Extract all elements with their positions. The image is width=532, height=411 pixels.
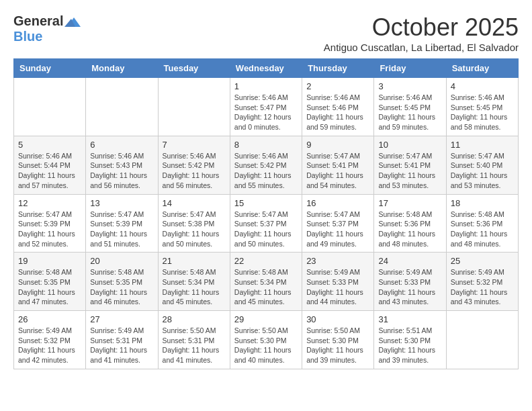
calendar-cell: 29Sunrise: 5:50 AM Sunset: 5:30 PM Dayli… (230, 311, 302, 369)
day-info: Sunrise: 5:46 AM Sunset: 5:44 PM Dayligh… (18, 151, 81, 191)
day-number: 2 (306, 81, 369, 91)
day-info: Sunrise: 5:46 AM Sunset: 5:42 PM Dayligh… (234, 151, 298, 191)
day-info: Sunrise: 5:48 AM Sunset: 5:35 PM Dayligh… (18, 267, 81, 307)
day-number: 12 (18, 198, 81, 208)
day-number: 20 (90, 256, 153, 266)
calendar-cell: 28Sunrise: 5:50 AM Sunset: 5:31 PM Dayli… (158, 311, 230, 369)
day-info: Sunrise: 5:48 AM Sunset: 5:36 PM Dayligh… (451, 210, 514, 249)
day-number: 3 (378, 81, 441, 91)
calendar-cell (446, 311, 518, 369)
day-number: 19 (18, 256, 81, 266)
day-number: 21 (163, 256, 226, 266)
day-info: Sunrise: 5:47 AM Sunset: 5:40 PM Dayligh… (451, 151, 514, 191)
day-number: 4 (451, 81, 514, 91)
day-info: Sunrise: 5:48 AM Sunset: 5:34 PM Dayligh… (163, 267, 226, 307)
day-number: 6 (90, 140, 153, 150)
day-info: Sunrise: 5:47 AM Sunset: 5:39 PM Dayligh… (18, 210, 81, 249)
calendar-cell: 19Sunrise: 5:48 AM Sunset: 5:35 PM Dayli… (14, 253, 86, 311)
calendar-cell: 11Sunrise: 5:47 AM Sunset: 5:40 PM Dayli… (446, 136, 518, 194)
day-number: 17 (378, 198, 441, 208)
day-info: Sunrise: 5:47 AM Sunset: 5:41 PM Dayligh… (306, 151, 369, 191)
day-number: 1 (234, 81, 298, 91)
day-number: 9 (306, 140, 369, 150)
day-number: 30 (306, 314, 369, 324)
day-info: Sunrise: 5:47 AM Sunset: 5:38 PM Dayligh… (163, 210, 226, 249)
calendar-week-row: 12Sunrise: 5:47 AM Sunset: 5:39 PM Dayli… (14, 194, 519, 253)
header-sunday: Sunday (14, 59, 86, 78)
title-block: October 2025 Antiguo Cuscatlan, La Liber… (324, 13, 519, 53)
calendar-cell: 12Sunrise: 5:47 AM Sunset: 5:39 PM Dayli… (14, 194, 86, 253)
day-info: Sunrise: 5:50 AM Sunset: 5:30 PM Dayligh… (234, 326, 298, 365)
day-info: Sunrise: 5:46 AM Sunset: 5:42 PM Dayligh… (163, 151, 226, 191)
header-tuesday: Tuesday (158, 59, 230, 78)
calendar-week-row: 26Sunrise: 5:49 AM Sunset: 5:32 PM Dayli… (14, 311, 519, 369)
calendar-cell: 25Sunrise: 5:49 AM Sunset: 5:32 PM Dayli… (446, 253, 518, 311)
day-info: Sunrise: 5:47 AM Sunset: 5:37 PM Dayligh… (306, 210, 369, 249)
month-title: October 2025 (324, 13, 519, 42)
day-number: 28 (163, 314, 226, 324)
header-thursday: Thursday (302, 59, 374, 78)
calendar-cell: 1Sunrise: 5:46 AM Sunset: 5:47 PM Daylig… (230, 78, 302, 136)
day-info: Sunrise: 5:49 AM Sunset: 5:31 PM Dayligh… (90, 326, 153, 365)
day-number: 29 (234, 314, 298, 324)
calendar-cell: 22Sunrise: 5:48 AM Sunset: 5:34 PM Dayli… (230, 253, 302, 311)
calendar-cell: 14Sunrise: 5:47 AM Sunset: 5:38 PM Dayli… (158, 194, 230, 253)
day-info: Sunrise: 5:49 AM Sunset: 5:32 PM Dayligh… (451, 267, 514, 307)
day-number: 24 (378, 256, 441, 266)
calendar-cell: 7Sunrise: 5:46 AM Sunset: 5:42 PM Daylig… (158, 136, 230, 194)
calendar-cell: 30Sunrise: 5:50 AM Sunset: 5:30 PM Dayli… (302, 311, 374, 369)
day-number: 22 (234, 256, 298, 266)
day-number: 18 (451, 198, 514, 208)
calendar-cell: 18Sunrise: 5:48 AM Sunset: 5:36 PM Dayli… (446, 194, 518, 253)
day-number: 16 (306, 198, 369, 208)
calendar-week-row: 19Sunrise: 5:48 AM Sunset: 5:35 PM Dayli… (14, 253, 519, 311)
calendar-cell: 31Sunrise: 5:51 AM Sunset: 5:30 PM Dayli… (374, 311, 446, 369)
day-info: Sunrise: 5:47 AM Sunset: 5:41 PM Dayligh… (378, 151, 441, 191)
calendar-cell: 2Sunrise: 5:46 AM Sunset: 5:46 PM Daylig… (302, 78, 374, 136)
day-number: 14 (163, 198, 226, 208)
day-info: Sunrise: 5:50 AM Sunset: 5:30 PM Dayligh… (306, 326, 369, 365)
calendar-cell: 17Sunrise: 5:48 AM Sunset: 5:36 PM Dayli… (374, 194, 446, 253)
header-monday: Monday (86, 59, 158, 78)
calendar-cell: 20Sunrise: 5:48 AM Sunset: 5:35 PM Dayli… (86, 253, 158, 311)
day-number: 5 (18, 140, 81, 150)
day-number: 7 (163, 140, 226, 150)
calendar-cell: 15Sunrise: 5:47 AM Sunset: 5:37 PM Dayli… (230, 194, 302, 253)
calendar-cell (158, 78, 230, 136)
day-info: Sunrise: 5:48 AM Sunset: 5:34 PM Dayligh… (234, 267, 298, 307)
day-info: Sunrise: 5:46 AM Sunset: 5:43 PM Dayligh… (90, 151, 153, 191)
calendar-cell: 4Sunrise: 5:46 AM Sunset: 5:45 PM Daylig… (446, 78, 518, 136)
day-info: Sunrise: 5:47 AM Sunset: 5:39 PM Dayligh… (90, 210, 153, 249)
day-number: 27 (90, 314, 153, 324)
day-info: Sunrise: 5:49 AM Sunset: 5:32 PM Dayligh… (18, 326, 81, 365)
day-number: 25 (451, 256, 514, 266)
day-info: Sunrise: 5:46 AM Sunset: 5:47 PM Dayligh… (234, 93, 298, 132)
day-info: Sunrise: 5:46 AM Sunset: 5:45 PM Dayligh… (378, 93, 441, 132)
day-number: 8 (234, 140, 298, 150)
calendar-cell: 21Sunrise: 5:48 AM Sunset: 5:34 PM Dayli… (158, 253, 230, 311)
day-info: Sunrise: 5:47 AM Sunset: 5:37 PM Dayligh… (234, 210, 298, 249)
header-wednesday: Wednesday (230, 59, 302, 78)
calendar-header-row: SundayMondayTuesdayWednesdayThursdayFrid… (14, 59, 519, 78)
calendar-cell: 24Sunrise: 5:49 AM Sunset: 5:33 PM Dayli… (374, 253, 446, 311)
day-number: 26 (18, 314, 81, 324)
calendar-cell: 3Sunrise: 5:46 AM Sunset: 5:45 PM Daylig… (374, 78, 446, 136)
day-number: 31 (378, 314, 441, 324)
header-saturday: Saturday (446, 59, 518, 78)
day-number: 13 (90, 198, 153, 208)
calendar-table: SundayMondayTuesdayWednesdayThursdayFrid… (13, 58, 519, 369)
calendar-cell: 8Sunrise: 5:46 AM Sunset: 5:42 PM Daylig… (230, 136, 302, 194)
day-info: Sunrise: 5:49 AM Sunset: 5:33 PM Dayligh… (378, 267, 441, 307)
day-info: Sunrise: 5:50 AM Sunset: 5:31 PM Dayligh… (163, 326, 226, 365)
calendar-cell: 5Sunrise: 5:46 AM Sunset: 5:44 PM Daylig… (14, 136, 86, 194)
calendar-cell (14, 78, 86, 136)
calendar-week-row: 5Sunrise: 5:46 AM Sunset: 5:44 PM Daylig… (14, 136, 519, 194)
location-subtitle: Antiguo Cuscatlan, La Libertad, El Salva… (324, 42, 519, 53)
calendar-cell: 23Sunrise: 5:49 AM Sunset: 5:33 PM Dayli… (302, 253, 374, 311)
day-info: Sunrise: 5:51 AM Sunset: 5:30 PM Dayligh… (378, 326, 441, 365)
calendar-week-row: 1Sunrise: 5:46 AM Sunset: 5:47 PM Daylig… (14, 78, 519, 136)
page-header: General Blue October 2025 Antiguo Cuscat… (13, 13, 519, 53)
calendar-cell (86, 78, 158, 136)
logo-icon (64, 15, 81, 28)
day-info: Sunrise: 5:46 AM Sunset: 5:46 PM Dayligh… (306, 93, 369, 132)
